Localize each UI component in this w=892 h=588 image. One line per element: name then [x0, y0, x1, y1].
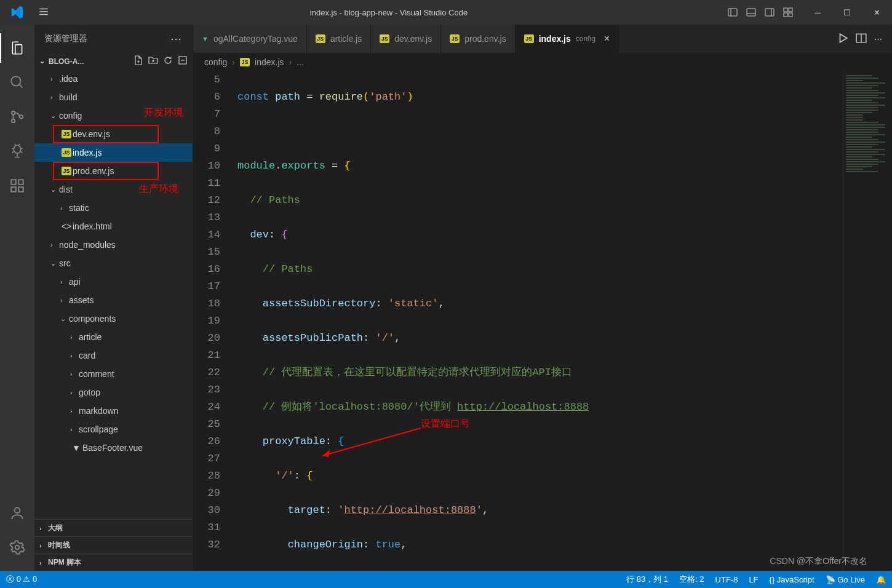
sidebar-title: 资源管理器 [44, 33, 87, 44]
svg-rect-19 [11, 187, 16, 192]
status-errors[interactable]: ⓧ 0 ⚠ 0 [6, 574, 37, 585]
minimize-button[interactable]: ─ [803, 0, 832, 25]
source-control-icon[interactable] [0, 100, 34, 134]
tree-folder-markdown[interactable]: ›markdown [34, 402, 193, 420]
toggle-secondary-icon[interactable] [760, 0, 779, 25]
js-file-icon: JS [316, 34, 325, 43]
tree-folder-config[interactable]: ⌄config [34, 106, 193, 125]
status-cursor[interactable]: 行 83，列 1 [626, 574, 668, 585]
tree-folder-dist[interactable]: ⌄dist [34, 180, 193, 199]
tab-bar: ▼ogAllCategoryTag.vue JSarticle.js JSdev… [193, 25, 892, 53]
close-tab-icon[interactable]: × [604, 33, 610, 44]
js-file-icon: JS [62, 130, 71, 138]
collapse-icon[interactable] [178, 55, 188, 67]
section-timeline[interactable]: ›时间线 [34, 536, 193, 554]
tree-folder-src[interactable]: ⌄src [34, 254, 193, 272]
toggle-panel-icon[interactable] [742, 0, 760, 25]
tab-devenv[interactable]: JSdev.env.js [371, 25, 441, 53]
status-bar: ⓧ 0 ⚠ 0 行 83，列 1 空格: 2 UTF-8 LF {} JavaS… [0, 571, 892, 588]
tab-index-active[interactable]: JSindex.jsconfig× [516, 25, 619, 53]
code-content[interactable]: const path = require('path') module.expo… [237, 71, 843, 571]
breadcrumb[interactable]: config› JS index.js› ... [193, 53, 892, 71]
tree-folder-static[interactable]: ›static [34, 199, 193, 217]
more-actions-icon[interactable]: ⋯ [874, 34, 882, 44]
folder-header[interactable]: ⌄ BLOG-A... [34, 53, 193, 70]
tree-folder-idea[interactable]: ›.idea [34, 70, 193, 88]
tree-folder-build[interactable]: ›build [34, 88, 193, 106]
minimap[interactable] [843, 71, 892, 571]
status-notifications-icon[interactable]: 🔔 [876, 575, 886, 584]
status-encoding[interactable]: UTF-8 [715, 575, 738, 584]
tree-folder-comment[interactable]: ›comment [34, 365, 193, 383]
tree-folder-scrollpage[interactable]: ›scrollpage [34, 420, 193, 439]
tree-file-index[interactable]: JSindex.js [34, 143, 193, 162]
js-file-icon: JS [240, 58, 250, 66]
new-folder-icon[interactable] [148, 55, 158, 67]
run-icon[interactable] [837, 33, 848, 46]
tab-category[interactable]: ▼ogAllCategoryTag.vue [193, 25, 307, 53]
refresh-icon[interactable] [163, 55, 173, 67]
maximize-button[interactable]: ☐ [833, 0, 861, 25]
js-file-icon: JS [62, 167, 71, 175]
editor-group: ▼ogAllCategoryTag.vue JSarticle.js JSdev… [193, 25, 892, 571]
folder-actions [133, 55, 188, 67]
close-button[interactable]: ✕ [862, 0, 891, 25]
tab-actions: ⋯ [827, 25, 892, 53]
svg-rect-20 [18, 187, 23, 192]
tree-file-basefooter[interactable]: ▼BaseFooter.vue [34, 439, 193, 457]
section-npm[interactable]: ›NPM 脚本 [34, 554, 193, 571]
debug-icon[interactable] [0, 134, 34, 169]
js-file-icon: JS [62, 148, 71, 157]
vue-file-icon: ▼ [202, 35, 209, 42]
customize-layout-icon[interactable] [779, 0, 797, 25]
vue-file-icon: ▼ [70, 443, 82, 453]
section-outline[interactable]: ›大纲 [34, 519, 193, 536]
tree-folder-api[interactable]: ›api [34, 272, 193, 291]
new-file-icon[interactable] [133, 55, 143, 67]
menu-icon[interactable] [33, 1, 54, 24]
svg-point-22 [15, 507, 20, 513]
search-icon[interactable] [0, 65, 34, 100]
js-file-icon: JS [450, 34, 460, 43]
status-spaces[interactable]: 空格: 2 [679, 574, 704, 585]
tree-file-indexhtml[interactable]: <>index.html [34, 217, 193, 236]
status-eol[interactable]: LF [749, 575, 758, 584]
tree-folder-assets[interactable]: ›assets [34, 291, 193, 309]
status-golive[interactable]: 📡 Go Live [826, 575, 865, 584]
tree-folder-node-modules[interactable]: ›node_modules [34, 236, 193, 254]
account-icon[interactable] [0, 496, 34, 530]
window-title: index.js - blog-app-new - Visual Studio … [54, 8, 723, 17]
svg-point-15 [12, 111, 15, 114]
status-language[interactable]: {} JavaScript [770, 575, 814, 584]
toggle-sidebar-icon[interactable] [723, 0, 742, 25]
tree-folder-card[interactable]: ›card [34, 346, 193, 365]
extensions-icon[interactable] [0, 169, 34, 203]
chevron-down-icon: ⌄ [39, 57, 45, 65]
svg-point-23 [15, 546, 20, 550]
settings-icon[interactable] [0, 530, 34, 565]
html-file-icon: <> [60, 221, 73, 231]
svg-point-16 [12, 119, 15, 122]
sidebar-more-icon[interactable]: ⋯ [170, 32, 183, 46]
tab-prodenv[interactable]: JSprod.env.js [441, 25, 515, 53]
tree-folder-article[interactable]: ›article [34, 328, 193, 346]
title-bar: index.js - blog-app-new - Visual Studio … [0, 0, 892, 25]
svg-rect-5 [747, 9, 755, 16]
tab-article[interactable]: JSarticle.js [307, 25, 371, 53]
svg-rect-3 [728, 9, 737, 16]
vscode-logo-icon [6, 2, 27, 23]
activity-bar [0, 25, 34, 571]
tree-folder-gotop[interactable]: ›gotop [34, 383, 193, 402]
js-file-icon: JS [524, 34, 534, 43]
split-editor-icon[interactable] [856, 33, 867, 46]
folder-name: BLOG-A... [49, 57, 84, 66]
file-tree: ›.idea ›build ⌄config JSdev.env.js JSind… [34, 70, 193, 519]
code-editor[interactable]: 5678910111213141516171819202122232425262… [193, 71, 892, 571]
tree-folder-components[interactable]: ⌄components [34, 309, 193, 328]
explorer-icon[interactable] [0, 31, 34, 65]
svg-rect-12 [789, 13, 792, 17]
tree-file-devenv[interactable]: JSdev.env.js [34, 125, 193, 143]
layout-controls [723, 0, 797, 25]
tree-file-prodenv[interactable]: JSprod.env.js [34, 162, 193, 180]
svg-rect-11 [784, 13, 787, 17]
